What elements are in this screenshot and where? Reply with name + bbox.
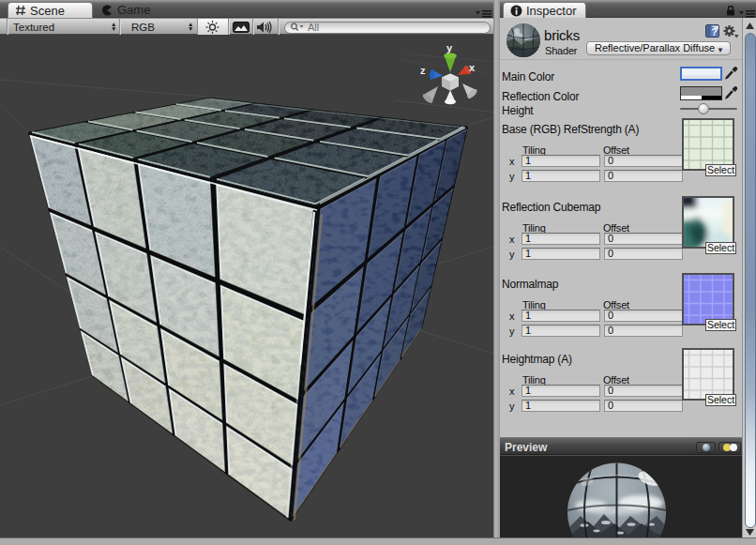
svg-text:x: x bbox=[469, 62, 476, 73]
svg-text:?: ? bbox=[711, 27, 717, 38]
svg-text:y: y bbox=[446, 42, 453, 53]
svg-text:z: z bbox=[420, 65, 426, 76]
